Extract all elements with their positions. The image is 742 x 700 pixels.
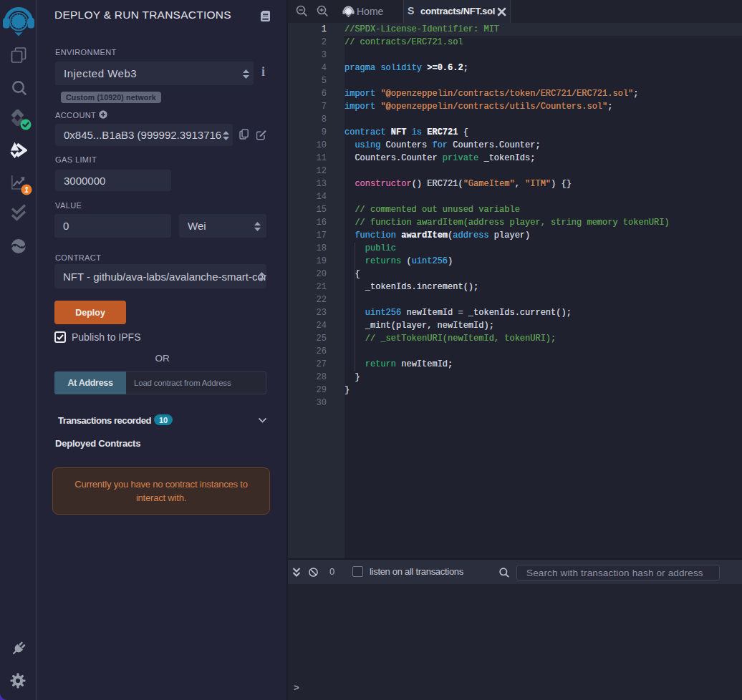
svg-text:1: 1 bbox=[24, 185, 29, 193]
